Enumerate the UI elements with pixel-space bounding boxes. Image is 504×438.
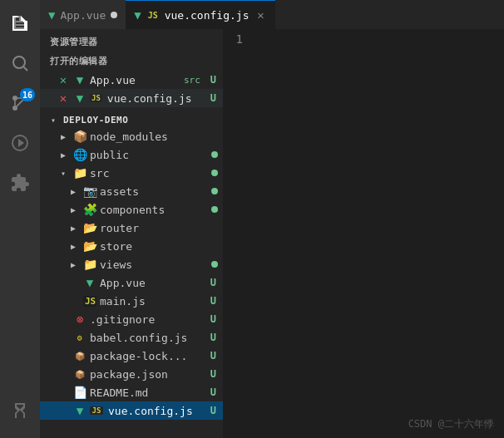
assets-arrow[interactable]: ▶: [67, 187, 80, 196]
components-label: components: [100, 204, 208, 216]
tab-app-vue-unsaved: [111, 12, 117, 18]
assets-label: assets: [100, 185, 208, 198]
open-file-vue-config-badge: U: [210, 92, 216, 104]
explorer-title: 资源管理器: [40, 29, 223, 52]
router-folder[interactable]: ▶ 📂 router: [40, 219, 223, 237]
tab-vue-config-js[interactable]: ▼ JS vue.config.js ✕: [126, 0, 275, 29]
views-icon: 📁: [83, 258, 96, 271]
readme-label: README.md: [90, 386, 207, 399]
project-name: DEPLOY-DEMO: [63, 115, 223, 125]
vue-config-icon: ▼: [134, 8, 141, 22]
views-label: views: [100, 258, 208, 271]
assets-icon: 📷: [83, 185, 96, 198]
pkg-json-icon: 📦: [73, 370, 86, 379]
views-arrow[interactable]: ▶: [67, 260, 80, 269]
assets-dot: [211, 188, 218, 194]
open-file-vue-config[interactable]: ✕ ▼ JS vue.config.js U: [40, 89, 223, 107]
source-control-badge: 16: [20, 88, 35, 101]
store-folder[interactable]: ▶ 📂 store: [40, 237, 223, 255]
extensions-activity-icon[interactable]: [0, 163, 40, 203]
editor-content[interactable]: 1: [223, 29, 504, 438]
assets-folder[interactable]: ▶ 📷 assets: [40, 182, 223, 200]
tab-close-button[interactable]: ✕: [254, 8, 267, 22]
src-app-vue[interactable]: ▶ ▼ App.vue U: [40, 273, 223, 292]
source-control-activity-icon[interactable]: 16: [0, 83, 40, 123]
sidebar: 资源管理器 打开的编辑器 ✕ ▼ App.vue src U ✕ ▼ JS vu…: [40, 29, 223, 438]
open-file-config-close-icon[interactable]: ✕: [57, 91, 70, 105]
node-modules-arrow[interactable]: ▶: [57, 132, 70, 141]
tabs-bar: ▼ App.vue ▼ JS vue.config.js ✕: [40, 0, 504, 29]
gitignore-file[interactable]: ▶ ⊗ .gitignore U: [40, 310, 223, 328]
file-tree: ✕ ▼ App.vue src U ✕ ▼ JS vue.config.js U…: [40, 71, 223, 438]
components-icon: 🧩: [83, 203, 96, 216]
svg-point-2: [12, 106, 17, 111]
watermark: CSDN @二十六年悸: [408, 417, 494, 431]
src-label: src: [90, 167, 208, 180]
router-arrow[interactable]: ▶: [67, 224, 80, 233]
src-icon: 📁: [73, 166, 86, 180]
views-folder[interactable]: ▶ 📁 views: [40, 255, 223, 273]
gitignore-badge: U: [210, 313, 216, 325]
open-file-app-vue-src: src: [184, 75, 204, 86]
src-folder[interactable]: ▾ 📁 src: [40, 164, 223, 182]
vue-config-file-badge: U: [210, 405, 216, 416]
search-activity-icon[interactable]: [0, 43, 40, 83]
public-arrow[interactable]: ▶: [57, 150, 70, 160]
svg-point-0: [13, 57, 25, 68]
components-arrow[interactable]: ▶: [67, 205, 80, 214]
store-icon: 📂: [83, 239, 96, 253]
public-folder[interactable]: ▶ 🌐 public: [40, 145, 223, 164]
js-badge-icon: JS: [90, 94, 102, 102]
public-icon: 🌐: [73, 148, 86, 161]
open-file-app-vue-label: App.vue: [90, 74, 180, 86]
main-js-icon: JS: [83, 296, 96, 307]
main-js[interactable]: ▶ JS main.js U: [40, 292, 223, 310]
vue-config-file-icon2: ▼: [73, 404, 86, 417]
babel-config[interactable]: ▶ ⚙ babel.config.js U: [40, 328, 223, 347]
open-editors-title: 打开的编辑器: [40, 52, 223, 71]
project-collapse-arrow[interactable]: ▾: [47, 116, 60, 125]
open-file-vue-config-label: vue.config.js: [107, 92, 207, 105]
public-label: public: [90, 149, 208, 161]
store-arrow[interactable]: ▶: [67, 242, 80, 251]
package-lock-file[interactable]: ▶ 📦 package-lock... U: [40, 347, 223, 365]
git-icon: ⊗: [73, 313, 86, 326]
test-activity-icon[interactable]: [0, 391, 40, 431]
node-modules-label: node_modules: [90, 130, 223, 143]
line-number-1: 1: [223, 32, 256, 46]
debug-activity-icon[interactable]: [0, 123, 40, 163]
vue-file-icon: ▼: [48, 8, 55, 22]
vue-config-file-label: vue.config.js: [108, 405, 207, 417]
package-lock-label: package-lock...: [90, 350, 207, 362]
node-modules-icon: 📦: [73, 130, 86, 143]
files-activity-icon[interactable]: [0, 3, 40, 43]
open-file-app-vue[interactable]: ✕ ▼ App.vue src U: [40, 71, 223, 89]
svg-point-4: [12, 96, 17, 101]
js-overlay-icon: JS: [146, 10, 160, 21]
tab-app-vue[interactable]: ▼ App.vue: [40, 0, 126, 29]
babel-config-label: babel.config.js: [90, 332, 207, 344]
node-modules-folder[interactable]: ▶ 📦 node_modules: [40, 127, 223, 145]
views-dot: [211, 261, 218, 268]
readme-badge: U: [210, 386, 216, 398]
src-app-vue-badge: U: [210, 277, 216, 288]
router-icon: 📂: [83, 221, 96, 234]
package-json-badge: U: [210, 368, 216, 380]
vue-config-file[interactable]: ▶ ▼ JS vue.config.js U: [40, 401, 223, 420]
vue-config-js-overlay: JS: [90, 406, 103, 415]
content-area: 资源管理器 打开的编辑器 ✕ ▼ App.vue src U ✕ ▼ JS vu…: [40, 29, 504, 438]
package-json[interactable]: ▶ 📦 package.json U: [40, 365, 223, 383]
pkg-lock-icon: 📦: [73, 352, 86, 361]
store-label: store: [100, 240, 223, 253]
components-dot: [211, 206, 218, 213]
components-folder[interactable]: ▶ 🧩 components: [40, 200, 223, 219]
project-title[interactable]: ▾ DEPLOY-DEMO: [40, 107, 223, 127]
gitignore-label: .gitignore: [90, 313, 207, 326]
open-file-close-icon[interactable]: ✕: [57, 73, 70, 86]
src-app-vue-label: App.vue: [100, 277, 207, 289]
router-label: router: [100, 222, 223, 234]
src-arrow[interactable]: ▾: [57, 169, 70, 178]
md-icon: 📄: [73, 386, 86, 399]
readme-file[interactable]: ▶ 📄 README.md U: [40, 383, 223, 401]
svg-line-1: [24, 67, 27, 71]
